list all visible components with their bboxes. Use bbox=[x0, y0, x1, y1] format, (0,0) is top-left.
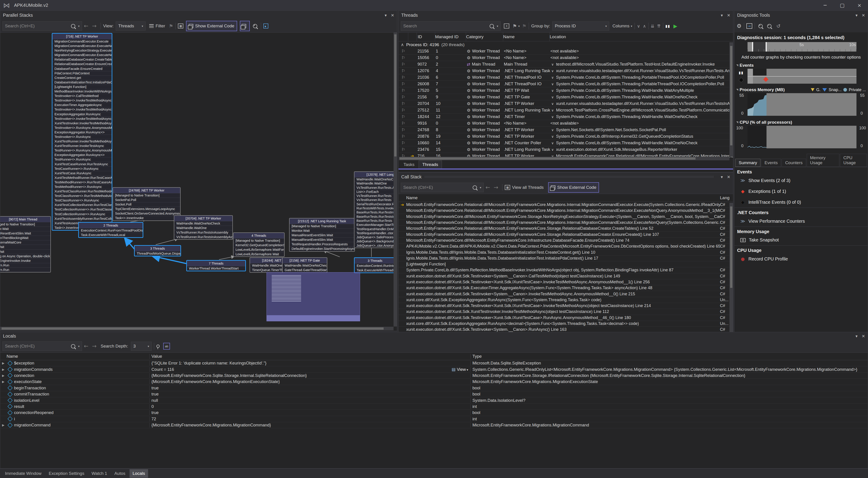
stack-frame[interactable]: WaitHandle.WaitOneNoCheck bbox=[354, 177, 394, 181]
tab[interactable]: Counters bbox=[782, 159, 806, 167]
stack-frame[interactable]: TestRequestHandler.OnMessageReceiv... bbox=[354, 227, 394, 231]
stack-frame[interactable]: nternalWaitCore bbox=[0, 240, 51, 245]
chevron-down-icon[interactable]: ▾ bbox=[78, 24, 80, 28]
stack-frame[interactable]: TestInvoker<>.InvokeTestMethodAsync.Ano.… bbox=[53, 107, 112, 112]
stack-frame[interactable]: BaseRunTests.RunTestsInternal bbox=[354, 215, 394, 219]
stack-frame[interactable]: Kernel32.GetQueuedCompletionStatus bbox=[234, 243, 284, 247]
events-section-header[interactable]: Events bbox=[735, 61, 868, 69]
expand-chevron-icon[interactable] bbox=[550, 127, 556, 132]
method-view-icon[interactable]: ▦ bbox=[178, 24, 183, 29]
stack-frame-row[interactable]: xunit.execution.dotnet.dll!Xunit.Sdk.Tes… bbox=[399, 315, 733, 321]
columns-list-icon[interactable]: ≡ bbox=[504, 24, 509, 29]
thread-row[interactable]: 26008 7 Worker Thread .NET ThreadPool IO… bbox=[399, 81, 733, 87]
forward-icon[interactable]: → bbox=[92, 23, 96, 29]
local-variable-row[interactable]: ▶ i 72 int bbox=[0, 416, 868, 422]
bottom-tab[interactable]: Immediate Window bbox=[2, 469, 45, 478]
stack-graph-node[interactable]: 4 Threads [Managed to Native Transition]… bbox=[233, 233, 285, 257]
autoscroll-toggle[interactable] bbox=[240, 21, 250, 31]
bottom-tab[interactable]: Exception Settings bbox=[46, 469, 88, 478]
stack-frame[interactable]: XunitTestInvoker.InvokeTestMethodAsync bbox=[53, 121, 112, 125]
view-all-threads-button[interactable]: View all Threads bbox=[512, 185, 544, 190]
expand-arrow-icon[interactable]: ▶ bbox=[2, 380, 6, 384]
stack-frame[interactable]: ManualResetEventSlim.Wait bbox=[289, 237, 354, 242]
tab[interactable]: Tasks bbox=[400, 161, 418, 169]
thread-row[interactable]: 18244 12 Worker Thread .NET Timer System… bbox=[399, 114, 733, 120]
stack-frame[interactable]: SocketPal.Poll bbox=[113, 198, 180, 202]
stack-frame[interactable]: SerialTestRunDecorator.RunTests bbox=[354, 202, 394, 206]
search-input[interactable]: Search (Ctrl+E) ▾ bbox=[401, 183, 484, 192]
stack-frame[interactable]: CreateContext.get bbox=[53, 76, 112, 80]
stack-frame[interactable]: [Managed to Native Transition] bbox=[113, 193, 180, 198]
collapse-up-icon[interactable]: ∧ bbox=[643, 24, 646, 29]
flag-icon[interactable] bbox=[401, 114, 405, 119]
stack-frame[interactable]: XunitTestCase.RunAsync bbox=[53, 171, 112, 176]
stack-frame[interactable]: BaseRunTests.RunTestInternalWithExec... bbox=[354, 210, 394, 214]
summary-action[interactable]: Record CPU Profile bbox=[735, 253, 868, 264]
stack-frame[interactable]: JobQueue<>.BackgroundJobProcesso... bbox=[354, 239, 394, 243]
stack-frame-row[interactable]: Microsoft.EntityFrameworkCore.Relational… bbox=[399, 226, 733, 232]
expand-chevron-icon[interactable] bbox=[550, 108, 556, 113]
stack-frame[interactable]: XunitTestAssemblyRunner.RunTestCollectio… bbox=[53, 216, 112, 221]
stack-frame[interactable]: ExecutionContext.RunFromThreadPoolDispat… bbox=[79, 228, 143, 233]
stack-frame[interactable]: TestMethodRunner<>.RunTestCasesAsync bbox=[53, 180, 112, 184]
close-icon[interactable]: ✕ bbox=[727, 13, 730, 18]
expand-arrow-icon[interactable]: ▶ bbox=[2, 423, 6, 427]
horizontal-scrollbar[interactable] bbox=[399, 157, 730, 160]
stack-frame[interactable]: JobQueue<>.SafeProcessJob bbox=[354, 235, 394, 239]
thread-row[interactable]: 21156 1 Worker Thread <No Name> <not ava… bbox=[399, 48, 733, 55]
memory-legend-item[interactable]: Snap... bbox=[822, 88, 842, 92]
summary-action[interactable]: IntelliTrace Events (0 of 0) bbox=[735, 197, 868, 208]
col-managed-id[interactable]: Managed ID bbox=[435, 33, 466, 41]
stack-frame[interactable]: [Lightweight Function] bbox=[53, 85, 112, 89]
expand-chevron-icon[interactable] bbox=[550, 68, 556, 73]
tab[interactable]: CPU Usage bbox=[840, 154, 867, 167]
expand-chevron-icon[interactable] bbox=[550, 88, 556, 93]
stack-frame-row[interactable]: Microsoft.EntityFrameworkCore.dll!Micros… bbox=[399, 214, 733, 220]
stack-frame[interactable]: VsTestRunner.RunTestsInAssemblyAsync.Ano… bbox=[174, 235, 232, 239]
stack-frame[interactable]: XunitTestCollectionRunner.RunTestClassAs… bbox=[53, 203, 112, 207]
stack-frame[interactable]: [Managed to Native Transition] bbox=[289, 224, 354, 228]
flag-gray-icon[interactable]: ⚑ bbox=[522, 23, 526, 29]
local-variable-row[interactable]: ▶ connectionReopened true bool bbox=[0, 410, 868, 416]
col-category[interactable]: Category bbox=[466, 33, 503, 41]
stack-frame[interactable]: LowLevelLifoSemaphore.Wait bbox=[234, 252, 284, 257]
expand-all-icon[interactable]: ⇊ bbox=[651, 24, 654, 29]
stack-frame[interactable]: XunitTestMethodRunner.RunTestCaseAsync bbox=[53, 176, 112, 180]
expand-chevron-icon[interactable] bbox=[550, 62, 556, 67]
stack-frame[interactable]: ExecutionContext.RunInternal bbox=[355, 263, 394, 268]
stack-graph-node[interactable]: [12076] .NET Long Running Task WaitHandl… bbox=[354, 171, 394, 248]
stack-frame[interactable]: WaitHandle.WaitOneNoCheck bbox=[174, 221, 232, 226]
back-icon[interactable]: ← bbox=[84, 23, 88, 29]
stack-graph-node[interactable]: 7 Threads WorkerThread.WorkerThreadStart bbox=[186, 260, 246, 271]
flag-filter-icon[interactable]: ⚑ bbox=[513, 23, 517, 29]
stack-frame-row[interactable]: Microsoft.EntityFrameworkCore.Relational… bbox=[399, 220, 733, 226]
timeline-ruler[interactable]: 5s 10s bbox=[735, 42, 868, 52]
flag-icon[interactable] bbox=[401, 141, 405, 145]
stack-frame[interactable]: WaitHandle.WaitOne bbox=[174, 226, 232, 230]
stack-frame[interactable]: ExecutionManager.StartTestRun bbox=[354, 223, 394, 227]
stack-frame[interactable]: am.Run bbox=[0, 268, 51, 272]
close-icon[interactable]: ✕ bbox=[727, 175, 730, 179]
local-variable-row[interactable]: ▶ migrationCommands Count = 116 View Sys… bbox=[0, 366, 868, 372]
flag-icon[interactable]: ⚑ bbox=[169, 23, 174, 29]
stack-frame[interactable]: pinThenBlockingWait bbox=[0, 236, 51, 240]
stack-frame[interactable]: DatabaseInitializationTest.InitializePda… bbox=[53, 80, 112, 85]
thread-row[interactable]: 20876 19 Worker Thread .NET TP Worker Sy… bbox=[399, 133, 733, 140]
col-name[interactable]: Name bbox=[503, 33, 550, 41]
stack-frame[interactable]: VsTestRunner.RunTestsInAssembly bbox=[174, 230, 232, 235]
view-dropdown[interactable]: Threads ▾ bbox=[116, 22, 146, 31]
stack-frame[interactable]: Socket.Poll bbox=[113, 202, 180, 207]
stack-frame-row[interactable]: xunit.execution.dotnet.dll!Xunit.Sdk.Tes… bbox=[399, 291, 733, 297]
thread-row[interactable]: 24768 8 Worker Thread .NET TP Worker Sys… bbox=[399, 127, 733, 133]
back-icon[interactable]: ← bbox=[486, 184, 490, 190]
stack-frame[interactable]: ThreadPoolWorkQueue.Dispatch bbox=[135, 251, 180, 256]
local-variable-row[interactable]: ▶ connection {Microsoft.EntityFrameworkC… bbox=[0, 372, 868, 379]
window-position-icon[interactable]: ▾ bbox=[721, 13, 723, 18]
flag-icon[interactable] bbox=[401, 127, 405, 132]
collapse-triangle-icon[interactable] bbox=[736, 89, 738, 91]
bottom-tab[interactable]: Watch 1 bbox=[88, 469, 110, 478]
stack-frame[interactable]: XunitTestRunner.InvokeTestAsync bbox=[53, 144, 112, 148]
zoom-in-icon[interactable]: + bbox=[758, 24, 763, 28]
bottom-tab[interactable]: Autos bbox=[111, 469, 129, 478]
flag-icon[interactable] bbox=[401, 75, 405, 80]
